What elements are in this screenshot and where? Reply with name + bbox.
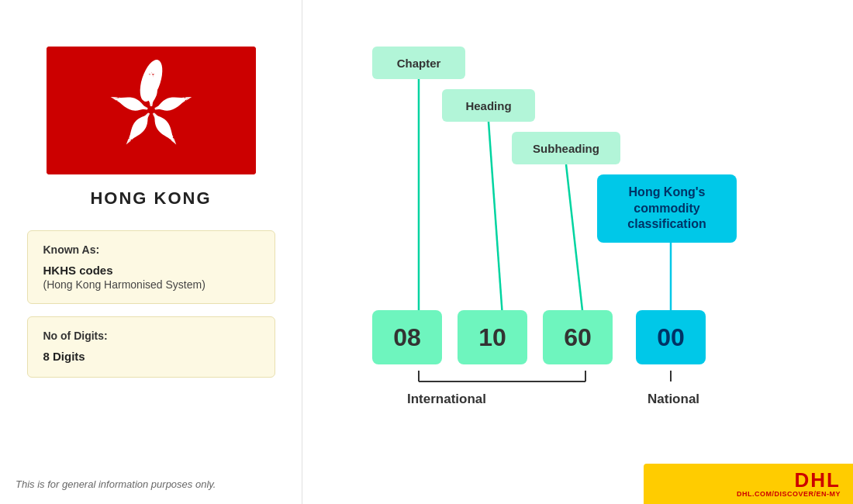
digits-card: No of Digits: 8 Digits [27,316,275,378]
digit-00: 00 [657,323,685,352]
right-panel: Chapter Heading Subheading Hong Kong's c… [302,0,853,504]
svg-line-10 [489,122,504,338]
heading-label: Heading [465,99,511,112]
dhl-logo-text: DHL [795,470,841,490]
known-as-value: HKHS codes [43,262,259,278]
known-as-label: Known As: [43,243,259,256]
chapter-label: Chapter [397,57,441,70]
disclaimer-text: This is for general information purposes… [16,478,216,490]
flag-image: ★ ★ ★ ★ ★ [47,47,256,174]
dhl-logo: DHL DHL.COM/DISCOVER/EN-MY [737,470,841,498]
digit-10: 10 [478,323,506,352]
hk-classification-box: Hong Kong's commodity classification [597,174,737,243]
digit-10-box: 10 [458,310,527,364]
svg-point-2 [147,106,155,114]
national-label: National [648,392,699,407]
heading-label-box: Heading [442,89,535,122]
country-name: HONG KONG [90,188,211,209]
digit-60: 60 [564,323,592,352]
digit-08-box: 08 [372,310,442,364]
digit-08: 08 [393,323,421,352]
left-panel: ★ ★ ★ ★ ★ HONG KONG Known As: HKHS codes… [0,0,302,504]
subheading-label: Subheading [533,142,599,155]
digits-value: 8 Digits [43,348,259,364]
dhl-banner: DHL DHL.COM/DISCOVER/EN-MY [644,464,853,504]
digits-label: No of Digits: [43,330,259,342]
hk-classification-label: Hong Kong's commodity classification [605,185,729,233]
classification-diagram: Chapter Heading Subheading Hong Kong's c… [349,23,830,457]
dhl-url: DHL.COM/DISCOVER/EN-MY [737,490,841,498]
international-label: International [407,392,486,407]
known-as-sub: (Hong Kong Harmonised System) [43,278,259,291]
known-as-card: Known As: HKHS codes (Hong Kong Harmonis… [27,230,275,304]
digit-00-box: 00 [636,310,706,364]
chapter-label-box: Chapter [372,47,465,79]
subheading-label-box: Subheading [512,132,620,164]
digit-60-box: 60 [543,310,613,364]
